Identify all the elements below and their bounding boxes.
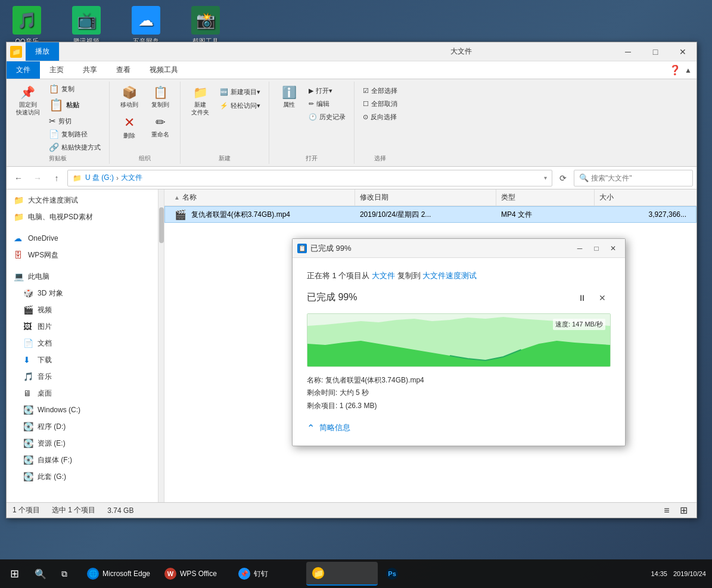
- tab-share[interactable]: 共享: [73, 61, 107, 79]
- edit-button[interactable]: ✏ 编辑: [305, 98, 349, 110]
- dialog-minimize-button[interactable]: ─: [573, 241, 587, 256]
- title-bar-tabs: 播放: [26, 42, 308, 61]
- forward-button[interactable]: →: [29, 170, 46, 186]
- sidebar-item-music[interactable]: 🎵 音乐: [7, 368, 164, 385]
- sidebar-item-video[interactable]: 🎬 视频: [7, 301, 164, 318]
- source-link[interactable]: 大文件: [372, 271, 395, 280]
- taskbar-dingding[interactable]: 📌 钉钉: [232, 562, 304, 586]
- selectall-button[interactable]: ☑ 全部选择: [359, 85, 401, 97]
- maximize-button[interactable]: □: [642, 42, 669, 61]
- path-dropdown-icon[interactable]: ▾: [544, 175, 547, 181]
- dialog-maximize-button[interactable]: □: [589, 241, 604, 256]
- desktop-icon-sidebar: 🖥: [23, 388, 34, 398]
- desktop-icon-screenshot[interactable]: 📸 截图工具: [185, 6, 226, 46]
- sidebar-item-gdrive[interactable]: 💽 此套 (G:): [7, 468, 164, 485]
- table-row[interactable]: 🎬 复仇者联盟4(体积3.74GB).mp4 2019/10/24/星期四 2.…: [164, 206, 697, 223]
- list-view-button[interactable]: ≡: [660, 504, 674, 517]
- close-button[interactable]: ✕: [669, 42, 697, 61]
- minimize-button[interactable]: ─: [614, 42, 642, 61]
- tab-home[interactable]: 主页: [40, 61, 73, 79]
- pasteshortcut-icon: 🔗: [49, 142, 59, 152]
- progress-controls: ⏸ ✕: [574, 290, 611, 306]
- easyaccess-button[interactable]: ⚡ 轻松访问▾: [216, 100, 264, 111]
- paste-shortcut-button[interactable]: 🔗 粘贴快捷方式: [45, 141, 104, 153]
- sidebar-item-onedrive[interactable]: ☁ OneDrive: [7, 230, 164, 247]
- folder-icon-1: 📁: [14, 212, 24, 222]
- back-button[interactable]: ←: [10, 170, 27, 186]
- cut-button[interactable]: ✂ 剪切: [45, 115, 104, 127]
- paste-button[interactable]: 📋 粘贴: [45, 96, 104, 114]
- sidebar-item-downloads[interactable]: ⬇ 下载: [7, 351, 164, 368]
- tab-view[interactable]: 查看: [107, 61, 140, 79]
- delete-button[interactable]: ✕ 删除: [114, 113, 144, 142]
- dialog-close-button[interactable]: ✕: [606, 241, 620, 256]
- tab-file[interactable]: 文件: [7, 61, 40, 79]
- deselectall-button[interactable]: ☐ 全部取消: [359, 98, 401, 110]
- taskbar-search-button[interactable]: 🔍: [29, 562, 52, 586]
- start-button[interactable]: ⊞: [0, 559, 29, 588]
- col-type-header[interactable]: 类型: [496, 192, 593, 203]
- taskbar-photoshop[interactable]: Ps: [380, 562, 452, 586]
- file-name-row: 名称: 复仇者联盟4(体积3.74GB).mp4: [307, 374, 611, 387]
- sidebar-item-edrive[interactable]: 💽 资源 (E:): [7, 435, 164, 452]
- newfolder-button[interactable]: 📁 新建文件夹: [185, 83, 215, 119]
- path-folder[interactable]: 大文件: [121, 173, 142, 183]
- newfolder-icon: 📁: [193, 85, 208, 99]
- summary-toggle[interactable]: ⌃ 简略信息: [307, 422, 611, 434]
- pin-button[interactable]: 固定到快速访问: [11, 83, 44, 119]
- sidebar-item-wps[interactable]: 🗄 WPS网盘: [7, 247, 164, 263]
- sidebar-scrollbar[interactable]: [158, 189, 164, 502]
- desktop: 🎵 QQ音乐 📺 腾讯视频 ☁ 五音网盘 📸 截图工具 📁 播放: [0, 0, 712, 588]
- task-view-button[interactable]: ⧉: [52, 562, 76, 586]
- ribbon-help-icon[interactable]: ❓: [669, 64, 681, 76]
- taskbar-explorer[interactable]: 📁: [306, 562, 378, 586]
- sidebar-item-psd[interactable]: 📁 电脑、电视PSD素材: [7, 209, 164, 225]
- pause-button[interactable]: ⏸: [574, 290, 590, 306]
- copypath-icon: 📄: [49, 129, 59, 139]
- invertsel-icon: ⊙: [363, 113, 368, 121]
- desktop-icon-qq[interactable]: 🎵 QQ音乐: [6, 6, 48, 46]
- properties-button[interactable]: ℹ️ 属性: [274, 83, 304, 111]
- desktop-icon-tencent[interactable]: 📺 腾讯视频: [66, 6, 107, 46]
- sidebar-item-documents[interactable]: 📄 文档: [7, 335, 164, 351]
- select-group-label: 选择: [374, 153, 386, 163]
- col-date-header[interactable]: 修改日期: [355, 192, 496, 203]
- newitem-button[interactable]: 🆕 新建项目▾: [216, 86, 264, 98]
- sidebar-item-large-files-test[interactable]: 📁 大文件速度测试: [7, 192, 164, 209]
- sidebar-item-fdrive[interactable]: 💽 自媒体 (F:): [7, 452, 164, 468]
- desktop-icon-netdisk[interactable]: ☁ 五音网盘: [125, 6, 167, 46]
- sidebar-item-desktop[interactable]: 🖥 桌面: [7, 385, 164, 402]
- copyto-button[interactable]: 📋 复制到: [145, 83, 175, 111]
- col-size-header[interactable]: 大小: [595, 192, 692, 203]
- sidebar-item-thispc[interactable]: 💻 此电脑: [7, 268, 164, 285]
- taskbar-wps[interactable]: W WPS Office: [158, 562, 230, 586]
- dest-link[interactable]: 大文件速度测试: [422, 271, 477, 280]
- history-button[interactable]: 🕐 历史记录: [305, 111, 349, 123]
- copy-path-button[interactable]: 📄 复制路径: [45, 128, 104, 140]
- cancel-button[interactable]: ✕: [594, 290, 611, 306]
- refresh-button[interactable]: ⟳: [555, 170, 571, 186]
- folder-icon-0: 📁: [14, 195, 24, 205]
- open-icon: ▶: [309, 87, 313, 95]
- sidebar-item-3d[interactable]: 🎲 3D 对象: [7, 285, 164, 301]
- col-name-header[interactable]: ▲ 名称: [169, 192, 355, 203]
- tab-playing[interactable]: 播放: [26, 42, 60, 61]
- invertsel-button[interactable]: ⊙ 反向选择: [359, 111, 401, 123]
- sidebar-item-pictures[interactable]: 🖼 图片: [7, 318, 164, 335]
- edit-icon: ✏: [309, 100, 314, 108]
- tab-videotools[interactable]: 视频工具: [140, 61, 188, 79]
- open-button[interactable]: ▶ 打开▾: [305, 85, 349, 97]
- sidebar-item-cdrive[interactable]: 💽 Windows (C:): [7, 402, 164, 418]
- desktop-icons: 🎵 QQ音乐 📺 腾讯视频 ☁ 五音网盘 📸 截图工具: [6, 6, 226, 46]
- detail-view-button[interactable]: ⊞: [676, 504, 691, 517]
- moveto-button[interactable]: 📦 移动到: [114, 83, 144, 111]
- path-home[interactable]: U 盘 (G:): [85, 173, 114, 183]
- rename-button[interactable]: ✏ 重命名: [145, 113, 175, 142]
- up-button[interactable]: ↑: [48, 170, 65, 186]
- sidebar-item-ddrive[interactable]: 💽 程序 (D:): [7, 418, 164, 435]
- taskbar-edge[interactable]: 🌐 Microsoft Edge: [81, 562, 156, 586]
- search-input[interactable]: [591, 174, 688, 182]
- ribbon-collapse-icon[interactable]: ▲: [685, 66, 692, 74]
- copy-button[interactable]: 📋 复制: [45, 83, 104, 95]
- address-path[interactable]: 📁 U 盘 (G:) › 大文件 ▾: [67, 170, 552, 186]
